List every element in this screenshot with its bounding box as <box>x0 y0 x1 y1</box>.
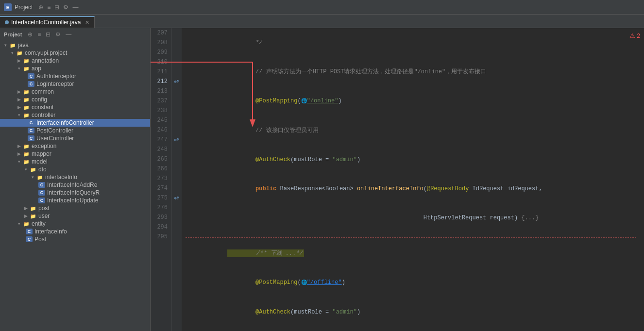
code-line-spacer1 <box>186 232 636 236</box>
toolbar-icon-minus[interactable]: — <box>65 30 72 39</box>
sidebar-item-model[interactable]: ▾ 📁 model <box>0 158 150 166</box>
arrow-mapper: ▶ <box>16 151 22 156</box>
gutter: ⊕M ⊕M ⊕M <box>172 28 182 331</box>
sidebar-item-log-interceptor[interactable]: C LogInterceptor <box>0 80 150 88</box>
gutter-295 <box>172 232 182 242</box>
sidebar-item-interfaceinfo-query[interactable]: C InterfaceInfoQueryR <box>0 189 150 197</box>
gutter-265 <box>172 154 182 164</box>
sidebar-item-common[interactable]: ▶ 📁 common <box>0 88 150 96</box>
linenum-245: 245 <box>154 116 168 125</box>
toolbar-globe-icon[interactable]: ⊕ <box>38 4 43 11</box>
separator-line-1 <box>186 237 636 238</box>
class-icon-iia: C <box>38 182 46 188</box>
main-layout: Project ⊕ ≡ ⊟ ⚙ — ▾ 📁 java ▾ 📁 com.yupi.… <box>0 28 644 331</box>
code-line-212: public BaseResponse<Boolean> onlineInter… <box>186 174 636 203</box>
label-log-interceptor: LogInterceptor <box>36 81 74 87</box>
folder-icon-post: 📁 <box>29 205 37 212</box>
folder-icon-com-yupi: 📁 <box>16 50 23 56</box>
linenum-247: 247 <box>154 135 168 145</box>
sidebar-item-aop[interactable]: ▾ 📁 aop <box>0 65 150 72</box>
linenum-276: 276 <box>154 203 168 213</box>
arrow-com-yupi: ▾ <box>9 50 16 55</box>
toolbar-icon-2[interactable]: ≡ <box>36 30 42 39</box>
sidebar-item-mapper[interactable]: ▶ 📁 mapper <box>0 150 150 158</box>
toolbar-gear-icon[interactable]: ⚙ <box>63 4 68 11</box>
label-interfaceinfo-query: InterfaceInfoQueryR <box>47 189 100 196</box>
toolbar-icon-gear[interactable]: ⚙ <box>54 30 62 39</box>
class-icon-pc: C <box>27 127 35 134</box>
class-icon-ii: C <box>25 228 33 235</box>
linenum-213: 213 <box>154 86 168 96</box>
label-entity: entity <box>32 220 46 227</box>
tab-interface-info-controller[interactable]: InterfaceInfoController.java ✕ <box>0 16 95 28</box>
sidebar-item-dto[interactable]: ▾ 📁 dto <box>0 166 150 173</box>
arrow-dto: ▾ <box>22 167 29 172</box>
sidebar-item-interfaceinfo-add[interactable]: C InterfaceInfoAddRe <box>0 181 150 189</box>
linenum-248: 248 <box>154 145 168 154</box>
toolbar-list-icon[interactable]: ≡ <box>47 4 51 11</box>
label-model: model <box>32 158 48 165</box>
class-icon-iiq: C <box>38 189 46 196</box>
sidebar-item-post-class[interactable]: C Post <box>0 235 150 243</box>
label-controller: controller <box>32 112 55 118</box>
sidebar-item-post-folder[interactable]: ▶ 📁 post <box>0 204 150 212</box>
linenum-294: 294 <box>154 222 168 232</box>
label-com-yupi: com.yupi.project <box>25 50 67 56</box>
sidebar-item-exception[interactable]: ▶ 📁 exception <box>0 142 150 150</box>
sidebar-item-user-controller[interactable]: C UserController <box>0 134 150 142</box>
sidebar-item-interfaceinfo-folder[interactable]: ▾ 📁 interfaceInfo <box>0 173 150 181</box>
arrow-post-folder: ▶ <box>22 206 29 211</box>
sidebar-item-post-controller[interactable]: C PostController <box>0 127 150 134</box>
arrow-user-folder: ▶ <box>22 214 29 218</box>
sidebar-item-controller[interactable]: ▾ 📁 controller <box>0 111 150 119</box>
sidebar-item-java[interactable]: ▾ 📁 java <box>0 41 150 49</box>
sidebar-item-constant[interactable]: ▶ 📁 constant <box>0 103 150 111</box>
editor-area[interactable]: ⚠ 2 207 208 209 210 211 212 213 237 238 … <box>151 28 644 331</box>
arrow-annotation: ▶ <box>16 58 22 63</box>
code-line-213: HttpServletRequest request) {...} <box>186 203 636 232</box>
label-exception: exception <box>32 143 56 149</box>
toolbar-split-icon[interactable]: ⊟ <box>54 4 59 11</box>
code-lines[interactable]: */ // 声明该方法为一个HTTP POST请求处理方法，处理路径是"/onl… <box>182 28 644 331</box>
label-post-controller: PostController <box>36 127 73 134</box>
code-line-211: @AuthCheck(mustRole = "admin") <box>186 145 636 174</box>
label-post-class: Post <box>34 236 46 243</box>
toolbar-icon-3[interactable]: ⊟ <box>45 30 51 39</box>
label-config: config <box>32 96 47 103</box>
folder-icon-entity: 📁 <box>22 220 30 227</box>
folder-icon-constant: 📁 <box>22 104 30 111</box>
line-numbers: 207 208 209 210 211 212 213 237 238 245 … <box>151 28 172 331</box>
sidebar-title: Project <box>4 32 22 37</box>
sidebar-item-com-yupi[interactable]: ▾ 📁 com.yupi.project <box>0 49 150 57</box>
label-user-controller: UserController <box>36 135 74 142</box>
sidebar-item-interfaceinfo-class[interactable]: C InterfaceInfo <box>0 228 150 235</box>
tab-close-button[interactable]: ✕ <box>85 19 89 26</box>
linenum-273: 273 <box>154 174 168 183</box>
sidebar-item-interfaceinfo-update[interactable]: C InterfaceInfoUpdate <box>0 197 150 204</box>
code-container: 207 208 209 210 211 212 213 237 238 245 … <box>151 28 644 331</box>
sidebar-item-user-folder[interactable]: ▶ 📁 user <box>0 212 150 220</box>
label-interfaceinfo-folder: interfaceInfo <box>45 174 77 181</box>
toolbar-minus-icon[interactable]: — <box>72 4 78 11</box>
arrow-common: ▶ <box>16 89 22 94</box>
code-line-208: // 声明该方法为一个HTTP POST请求处理方法，处理路径是"/online… <box>186 57 636 86</box>
linenum-212: 212 <box>154 77 168 86</box>
linenum-275: 275 <box>154 193 168 203</box>
sidebar-item-entity[interactable]: ▾ 📁 entity <box>0 220 150 228</box>
arrow-constant: ▶ <box>16 105 22 110</box>
label-post-folder: post <box>38 205 50 212</box>
folder-icon-common: 📁 <box>22 88 30 95</box>
label-interface-info-controller: InterfaceInfoController <box>36 119 94 126</box>
sidebar-toolbar: Project ⊕ ≡ ⊟ ⚙ — <box>0 28 150 41</box>
sidebar-item-interface-info-controller[interactable]: C InterfaceInfoController <box>0 119 150 127</box>
code-line-210: // 该接口仅管理员可用 <box>186 116 636 145</box>
class-icon-iiu: C <box>38 197 46 204</box>
linenum-246: 246 <box>154 125 168 135</box>
toolbar-icon-1[interactable]: ⊕ <box>27 30 34 39</box>
sidebar-item-auth-interceptor[interactable]: C AuthInterceptor <box>0 72 150 80</box>
label-interfaceinfo-class: InterfaceInfo <box>34 228 67 235</box>
folder-icon-controller: 📁 <box>22 112 30 118</box>
sidebar-item-config[interactable]: ▶ 📁 config <box>0 96 150 103</box>
label-java: java <box>18 42 29 49</box>
sidebar-item-annotation[interactable]: ▶ 📁 annotation <box>0 57 150 65</box>
